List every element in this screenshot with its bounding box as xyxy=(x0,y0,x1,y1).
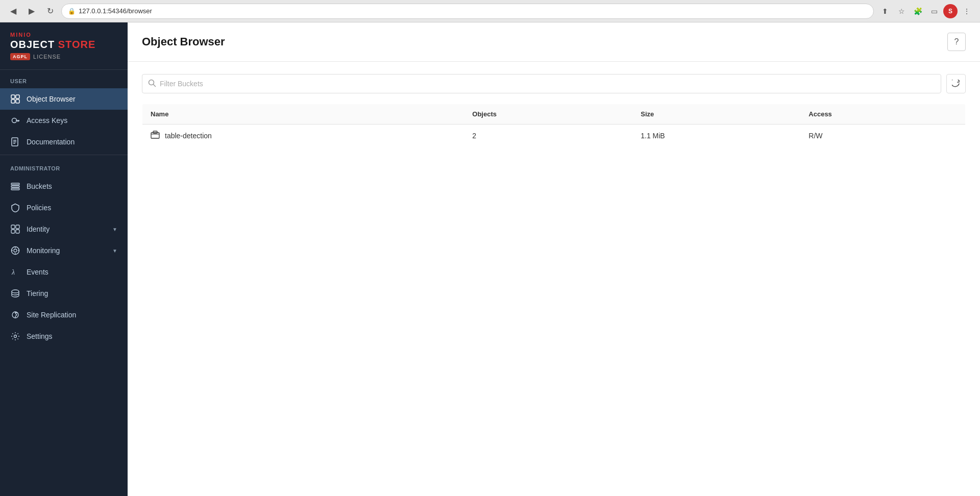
sidebar-item-policies[interactable]: Policies xyxy=(0,197,128,218)
site-replication-icon xyxy=(10,310,20,320)
filter-buckets-input[interactable] xyxy=(142,74,941,93)
profile-button[interactable]: S xyxy=(943,4,958,18)
browser-chrome: ◀ ▶ ↻ 🔒 127.0.0.1:54346/browser ⬆ ☆ 🧩 ▭ … xyxy=(0,0,980,22)
svg-rect-18 xyxy=(16,230,19,233)
logo-object: OBJECT xyxy=(10,39,55,50)
chrome-actions: ⬆ ☆ 🧩 ▭ S ⋮ xyxy=(878,4,974,18)
sidebar-item-tiering-label: Tiering xyxy=(27,289,117,297)
sidebar-item-policies-label: Policies xyxy=(27,204,117,212)
table-row[interactable]: table-detection 2 1.1 MiB R/W xyxy=(142,125,966,147)
object-browser-icon xyxy=(10,94,20,104)
sidebar-item-settings-label: Settings xyxy=(27,332,117,340)
sidebar-item-monitoring[interactable]: Monitoring ▼ xyxy=(0,240,128,261)
col-name: Name xyxy=(142,104,464,125)
events-icon: λ xyxy=(10,267,20,277)
user-section-label: User xyxy=(0,70,128,88)
svg-rect-1 xyxy=(16,95,19,98)
help-icon: ? xyxy=(954,37,959,46)
forward-button[interactable]: ▶ xyxy=(24,4,39,18)
sidebar-item-buckets-label: Buckets xyxy=(27,182,117,190)
sidebar-item-buckets[interactable]: Buckets xyxy=(0,176,128,197)
settings-icon xyxy=(10,331,20,341)
page-title: Object Browser xyxy=(142,35,225,48)
svg-line-29 xyxy=(154,84,156,86)
svg-point-26 xyxy=(12,290,19,293)
svg-point-27 xyxy=(14,335,17,338)
svg-rect-3 xyxy=(16,100,19,103)
svg-rect-2 xyxy=(11,100,15,103)
svg-rect-16 xyxy=(16,225,19,229)
identity-chevron-icon: ▼ xyxy=(112,227,117,232)
address-bar[interactable]: 🔒 127.0.0.1:54346/browser xyxy=(61,4,874,19)
svg-rect-13 xyxy=(11,186,19,187)
sidebar-item-object-browser-label: Object Browser xyxy=(27,95,117,103)
policies-icon xyxy=(10,203,20,213)
menu-button[interactable]: ⋮ xyxy=(960,4,974,18)
col-size: Size xyxy=(632,104,800,125)
sidebar-item-events-label: Events xyxy=(27,268,117,276)
monitoring-icon xyxy=(10,245,20,256)
sidebar-item-access-keys[interactable]: Access Keys xyxy=(0,110,128,131)
filter-row xyxy=(142,74,966,93)
sidebar-item-identity[interactable]: Identity ▼ xyxy=(0,218,128,240)
main-content: Object Browser ? xyxy=(128,22,980,496)
main-header: Object Browser ? xyxy=(128,22,980,62)
svg-rect-0 xyxy=(11,95,15,98)
bucket-name-cell: table-detection xyxy=(142,125,464,147)
table-header: Name Objects Size Access xyxy=(142,104,966,125)
logo-brand: MINIO xyxy=(10,32,117,38)
identity-icon xyxy=(10,224,20,234)
url-text: 127.0.0.1:54346/browser xyxy=(79,7,152,15)
extensions-button[interactable]: 🧩 xyxy=(911,4,925,18)
back-button[interactable]: ◀ xyxy=(6,4,20,18)
sidebar-item-object-browser[interactable]: Object Browser xyxy=(0,88,128,110)
sidebar-item-access-keys-label: Access Keys xyxy=(27,116,117,125)
svg-rect-17 xyxy=(11,230,15,233)
filter-input-wrapper xyxy=(142,74,941,93)
license-badge: AGPL xyxy=(10,53,30,60)
buckets-icon xyxy=(10,181,20,191)
sidebar-item-identity-label: Identity xyxy=(27,225,106,233)
refresh-button[interactable] xyxy=(946,74,966,93)
license-text: LICENSE xyxy=(33,54,61,60)
sidebar-item-settings[interactable]: Settings xyxy=(0,326,128,347)
svg-rect-14 xyxy=(11,188,19,190)
window-button[interactable]: ▭ xyxy=(927,4,941,18)
refresh-icon xyxy=(952,80,960,88)
bucket-name: table-detection xyxy=(165,132,212,140)
sidebar: MINIO OBJECT STORE AGPL LICENSE User Obj… xyxy=(0,22,128,496)
monitoring-chevron-icon: ▼ xyxy=(112,248,117,254)
help-button[interactable]: ? xyxy=(947,33,966,51)
bucket-objects: 2 xyxy=(464,125,632,147)
svg-rect-31 xyxy=(153,131,157,133)
sidebar-item-tiering[interactable]: Tiering xyxy=(0,283,128,304)
filter-search-icon xyxy=(148,79,156,89)
share-button[interactable]: ⬆ xyxy=(878,4,892,18)
sidebar-item-site-replication[interactable]: Site Replication xyxy=(0,304,128,326)
documentation-icon xyxy=(10,137,20,147)
svg-rect-12 xyxy=(11,183,19,185)
sidebar-item-site-replication-label: Site Replication xyxy=(27,311,117,319)
sidebar-divider-1 xyxy=(0,155,128,155)
logo-store: STORE xyxy=(55,39,95,50)
table-body: table-detection 2 1.1 MiB R/W xyxy=(142,125,966,147)
svg-text:λ: λ xyxy=(11,268,15,276)
secure-icon: 🔒 xyxy=(68,8,76,15)
bucket-icon xyxy=(151,131,160,141)
reload-button[interactable]: ↻ xyxy=(43,4,57,18)
bucket-size: 1.1 MiB xyxy=(632,125,800,147)
app-layout: MINIO OBJECT STORE AGPL LICENSE User Obj… xyxy=(0,22,980,496)
logo-license: AGPL LICENSE xyxy=(10,53,117,60)
svg-rect-15 xyxy=(11,225,15,229)
sidebar-item-documentation[interactable]: Documentation xyxy=(0,131,128,153)
logo-title: OBJECT STORE xyxy=(10,39,117,50)
buckets-table: Name Objects Size Access xyxy=(142,104,966,147)
access-keys-icon xyxy=(10,115,20,126)
sidebar-item-monitoring-label: Monitoring xyxy=(27,246,106,255)
tiering-icon xyxy=(10,288,20,299)
bookmark-button[interactable]: ☆ xyxy=(894,4,909,18)
sidebar-logo: MINIO OBJECT STORE AGPL LICENSE xyxy=(0,22,128,70)
col-access: Access xyxy=(800,104,965,125)
bucket-access: R/W xyxy=(800,125,965,147)
sidebar-item-events[interactable]: λ Events xyxy=(0,261,128,283)
